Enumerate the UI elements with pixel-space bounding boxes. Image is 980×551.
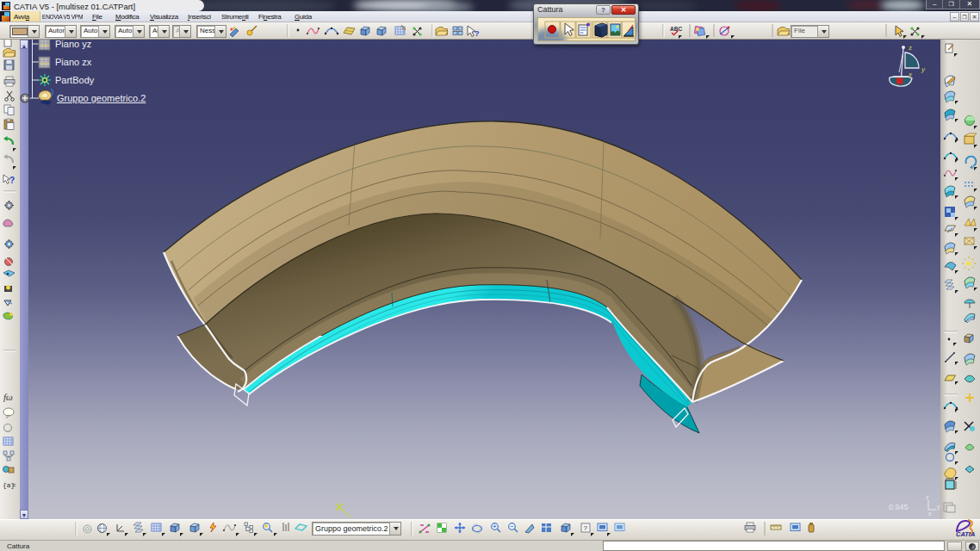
svg-text:z: z xyxy=(926,494,929,500)
svg-text:x: x xyxy=(908,71,913,78)
svg-text:+: + xyxy=(493,523,496,529)
svg-text:?: ? xyxy=(474,29,480,38)
svg-text:x: x xyxy=(928,511,932,517)
svg-text:fω: fω xyxy=(3,392,13,402)
svg-text:?: ? xyxy=(584,524,588,532)
svg-text:?: ? xyxy=(9,176,15,185)
svg-text:ABC: ABC xyxy=(670,26,682,32)
svg-text:CATIA: CATIA xyxy=(956,530,975,538)
svg-text:z: z xyxy=(909,44,912,52)
svg-text:y: y xyxy=(921,65,926,73)
svg-text:−: − xyxy=(510,523,513,529)
svg-text:0.945: 0.945 xyxy=(889,503,909,511)
svg-text:=: = xyxy=(12,481,16,489)
